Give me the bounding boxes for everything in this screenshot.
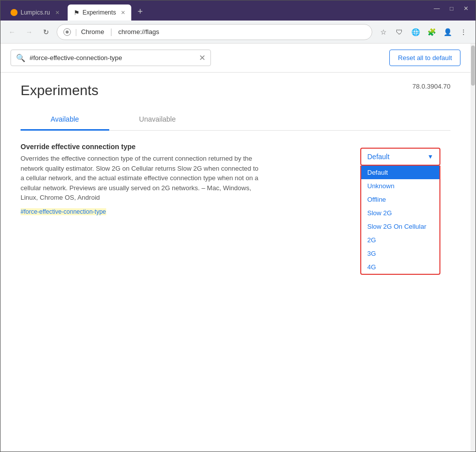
window-controls: — □ ✕ [431, 4, 471, 13]
tab-experiments-label: Experiments [83, 9, 116, 16]
flag-select-button[interactable]: Default ▼ [360, 148, 440, 166]
shield-button[interactable]: 🛡 [392, 25, 406, 39]
puzzle-button[interactable]: 🧩 [424, 25, 438, 39]
tab-unavailable[interactable]: Unavailable [109, 109, 206, 131]
flag-name: Override effective connection type [21, 143, 261, 151]
version-badge: 78.0.3904.70 [412, 83, 450, 90]
dropdown-option-2g[interactable]: 2G [361, 233, 439, 247]
address-separator2: | [110, 28, 112, 37]
menu-button[interactable]: ⋮ [456, 25, 470, 39]
tabs-bar: Available Unavailable [21, 109, 450, 131]
tab-unavailable-label: Unavailable [139, 115, 176, 123]
close-button[interactable]: ✕ [460, 4, 471, 13]
address-prefix: Chrome [81, 28, 104, 36]
experiments-main: Experiments 78.0.3904.70 Available Unava… [1, 73, 470, 242]
globe-icon: 🌐 [411, 28, 420, 36]
puzzle-icon: 🧩 [427, 28, 436, 36]
flag-info: Override effective connection type Overr… [21, 143, 261, 216]
shield-icon: 🛡 [396, 28, 403, 36]
search-input-wrap[interactable]: 🔍 ✕ [11, 50, 211, 66]
user-icon: 👤 [443, 28, 452, 36]
forward-icon: → [26, 28, 33, 36]
back-button[interactable]: ← [6, 26, 19, 39]
tab-lumpics[interactable]: Lumpics.ru ✕ [5, 5, 66, 21]
tab-available[interactable]: Available [21, 109, 109, 131]
search-clear-button[interactable]: ✕ [199, 53, 205, 63]
browser-toolbar: ← → ↻ | Chrome | ☆ 🛡 🌐 [1, 21, 475, 44]
chrome-logo-icon [63, 28, 71, 36]
minimize-button[interactable]: — [431, 4, 443, 13]
dropdown-option-offline[interactable]: Offline [361, 193, 439, 206]
dropdown-option-3g[interactable]: 3G [361, 247, 439, 260]
address-bar[interactable]: | Chrome | [57, 24, 372, 40]
flag-description: Overrides the effective connection type … [21, 154, 261, 203]
flag-item: Override effective connection type Overr… [21, 143, 450, 224]
dropdown-option-default[interactable]: Default [361, 166, 439, 179]
tab-available-label: Available [51, 115, 79, 123]
experiments-favicon: ⚑ [74, 9, 80, 17]
lumpics-favicon [11, 9, 18, 16]
svg-point-1 [66, 31, 69, 34]
tab-lumpics-label: Lumpics.ru [21, 9, 50, 16]
maximize-button[interactable]: □ [447, 4, 456, 13]
scrollbar-thumb[interactable] [471, 46, 475, 86]
flags-search-bar: 🔍 ✕ Reset all to default [1, 44, 470, 73]
flag-dropdown-wrap: Default ▼ Default Unknown Offline [360, 148, 440, 166]
address-input[interactable] [118, 28, 366, 36]
refresh-icon: ↻ [43, 28, 49, 36]
toolbar-icons: ☆ 🛡 🌐 🧩 👤 ⋮ [376, 25, 470, 39]
reset-all-button[interactable]: Reset all to default [389, 50, 460, 66]
user-button[interactable]: 👤 [440, 25, 454, 39]
globe-button[interactable]: 🌐 [408, 25, 422, 39]
bookmark-icon: ☆ [380, 28, 387, 36]
menu-icon: ⋮ [460, 28, 467, 36]
tab-experiments-close[interactable]: ✕ [121, 10, 125, 16]
content-area: 🔍 ✕ Reset all to default Experiments 78.… [1, 44, 475, 451]
search-icon: 🔍 [16, 54, 26, 63]
flags-search-input[interactable] [30, 54, 195, 62]
page-title: Experiments [21, 83, 99, 99]
scrollbar[interactable] [470, 44, 475, 451]
dropdown-arrow-icon: ▼ [427, 153, 433, 160]
new-tab-button[interactable]: + [133, 7, 147, 17]
flag-anchor-link[interactable]: #force-effective-connection-type [21, 208, 106, 215]
dropdown-option-slow2g-cellular[interactable]: Slow 2G On Cellular [361, 220, 439, 233]
back-icon: ← [9, 28, 16, 36]
forward-button[interactable]: → [23, 26, 36, 39]
tab-lumpics-close[interactable]: ✕ [55, 10, 60, 16]
dropdown-option-4g[interactable]: 4G [361, 260, 439, 274]
tab-experiments[interactable]: ⚑ Experiments ✕ [68, 5, 132, 21]
page-content: 🔍 ✕ Reset all to default Experiments 78.… [1, 44, 470, 451]
experiments-header: Experiments 78.0.3904.70 [21, 83, 450, 99]
browser-window: Lumpics.ru ✕ ⚑ Experiments ✕ + — □ ✕ ← →… [0, 0, 476, 452]
dropdown-option-slow2g[interactable]: Slow 2G [361, 206, 439, 220]
reset-all-label: Reset all to default [398, 54, 452, 62]
flag-selected-value: Default [367, 153, 389, 161]
refresh-button[interactable]: ↻ [40, 26, 53, 39]
address-separator: | [75, 28, 77, 36]
dropdown-option-unknown[interactable]: Unknown [361, 179, 439, 193]
flag-dropdown-menu: Default Unknown Offline Slow 2G [360, 166, 440, 275]
bookmark-button[interactable]: ☆ [376, 25, 390, 39]
titlebar: Lumpics.ru ✕ ⚑ Experiments ✕ + — □ ✕ [1, 1, 475, 21]
